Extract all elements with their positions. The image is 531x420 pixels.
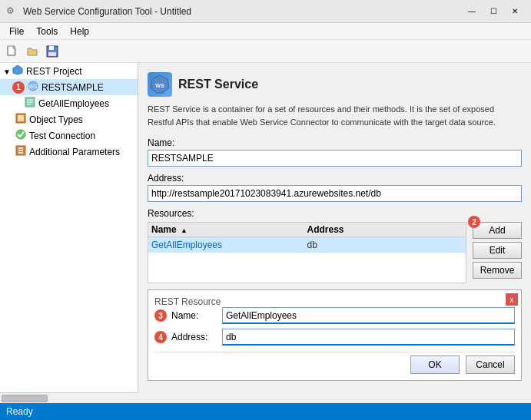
name-group: Name:: [148, 137, 522, 167]
maximize-button[interactable]: ☐: [483, 4, 503, 19]
address-group: Address:: [148, 173, 522, 202]
table-header: Name ▲ Address: [148, 223, 466, 237]
resource-name-label: Name:: [171, 310, 210, 321]
additional-params-icon: [15, 145, 26, 158]
rest-project-icon: [12, 64, 23, 78]
content-area: WS REST Service REST Service is a contai…: [138, 63, 531, 403]
badge-4-container: 4 Address:: [154, 331, 216, 343]
rest-resource-title: REST Resource: [154, 296, 221, 307]
svg-rect-0: [8, 46, 15, 55]
app-icon: ⚙: [6, 5, 18, 18]
svg-text:WS: WS: [28, 84, 38, 89]
badge-2: 2: [468, 216, 480, 228]
menu-tools[interactable]: Tools: [30, 25, 64, 38]
sidebar-item-getallemployees[interactable]: GetAllEmployees: [0, 95, 138, 111]
toggle-icon: ▼: [3, 68, 11, 75]
svg-rect-5: [48, 52, 56, 56]
sidebar-item-additional-params[interactable]: Additional Parameters: [0, 144, 138, 160]
title-text: Web Service Configuration Tool - Untitle…: [23, 6, 462, 17]
test-connection-icon: [15, 129, 26, 142]
table-row[interactable]: GetAllEmployees db: [148, 237, 466, 253]
rest-resource-close-button[interactable]: x: [506, 293, 518, 306]
resource-name-group: 3 Name:: [154, 307, 515, 324]
svg-rect-4: [49, 46, 54, 50]
resource-address-group: 4 Address:: [154, 329, 515, 346]
object-types-icon: [15, 113, 26, 126]
menu-help[interactable]: Help: [64, 25, 95, 38]
close-button[interactable]: ✕: [505, 4, 525, 19]
address-input[interactable]: [148, 185, 522, 202]
rest-service-icon: WS: [148, 72, 172, 97]
rest-resource-panel: REST Resource x 3 Name: 4 Address:: [148, 289, 522, 381]
main-container: ▼ REST Project 1 WS RESTSAMPLE GetAllEmp…: [0, 63, 531, 403]
menu-file[interactable]: File: [3, 25, 30, 38]
svg-rect-14: [18, 115, 24, 121]
svg-marker-6: [13, 65, 22, 74]
status-text: Ready: [6, 406, 33, 417]
col-address: Address: [307, 224, 463, 235]
sidebar: ▼ REST Project 1 WS RESTSAMPLE GetAllEmp…: [0, 63, 138, 403]
save-button[interactable]: [43, 43, 61, 60]
restsample-label: RESTSAMPLE: [41, 82, 104, 93]
name-label: Name:: [148, 137, 522, 148]
sidebar-scroll[interactable]: [0, 392, 138, 403]
col-name: Name ▲: [151, 224, 307, 235]
sort-icon: ▲: [181, 227, 188, 234]
service-description: REST Service is a container for a set of…: [148, 103, 522, 128]
sidebar-item-object-types[interactable]: Object Types: [0, 111, 138, 127]
toolbar: [0, 40, 531, 63]
object-types-label: Object Types: [29, 114, 83, 125]
window-controls: — ☐ ✕: [462, 4, 525, 19]
edit-button[interactable]: Edit: [473, 242, 522, 259]
test-connection-label: Test Connection: [29, 131, 95, 141]
row-address: db: [307, 240, 463, 250]
resources-label: Resources:: [148, 208, 522, 219]
resources-wrapper: Name ▲ Address GetAllEmployees db Add: [148, 222, 522, 283]
resource-name-input[interactable]: [222, 307, 515, 324]
restsample-icon: WS: [28, 81, 38, 94]
rest-project-label: REST Project: [26, 66, 81, 77]
new-button[interactable]: [3, 43, 22, 60]
dialog-footer: OK Cancel: [154, 352, 515, 374]
add-button-container: Add 2: [473, 222, 522, 239]
menu-bar: File Tools Help: [0, 23, 531, 40]
badge-3-container: 3 Name:: [154, 309, 216, 322]
action-buttons: Add 2 Edit Remove: [473, 222, 522, 279]
address-label: Address:: [148, 173, 522, 184]
status-bar: Ready: [0, 403, 531, 420]
service-header: WS REST Service: [148, 72, 522, 97]
ok-button[interactable]: OK: [410, 356, 460, 374]
resource-address-input[interactable]: [222, 329, 515, 346]
resources-section: Resources: Name ▲ Address GetAllEmployee…: [148, 208, 522, 283]
sidebar-item-rest-project[interactable]: ▼ REST Project: [0, 63, 138, 79]
badge-3: 3: [154, 309, 167, 322]
remove-button[interactable]: Remove: [473, 262, 522, 279]
row-name: GetAllEmployees: [151, 240, 307, 250]
service-title: REST Service: [178, 78, 258, 91]
svg-point-15: [16, 130, 25, 139]
table-container: Name ▲ Address GetAllEmployees db: [148, 222, 466, 283]
badge-4: 4: [154, 331, 167, 343]
additional-params-label: Additional Parameters: [29, 147, 120, 157]
sidebar-item-restsample[interactable]: 1 WS RESTSAMPLE: [0, 79, 138, 95]
cancel-button[interactable]: Cancel: [466, 356, 515, 374]
name-input[interactable]: [148, 150, 522, 167]
svg-text:WS: WS: [155, 83, 164, 88]
resource-icon: [25, 97, 35, 110]
getallemployees-label: GetAllEmployees: [38, 98, 109, 109]
resources-table: Name ▲ Address GetAllEmployees db: [148, 222, 466, 283]
title-bar: ⚙ Web Service Configuration Tool - Untit…: [0, 0, 531, 23]
sidebar-item-test-connection[interactable]: Test Connection: [0, 127, 138, 144]
add-button[interactable]: Add: [473, 222, 522, 239]
resource-address-label: Address:: [171, 332, 210, 342]
badge-1: 1: [12, 81, 25, 94]
minimize-button[interactable]: —: [462, 4, 482, 19]
open-button[interactable]: [23, 43, 41, 60]
